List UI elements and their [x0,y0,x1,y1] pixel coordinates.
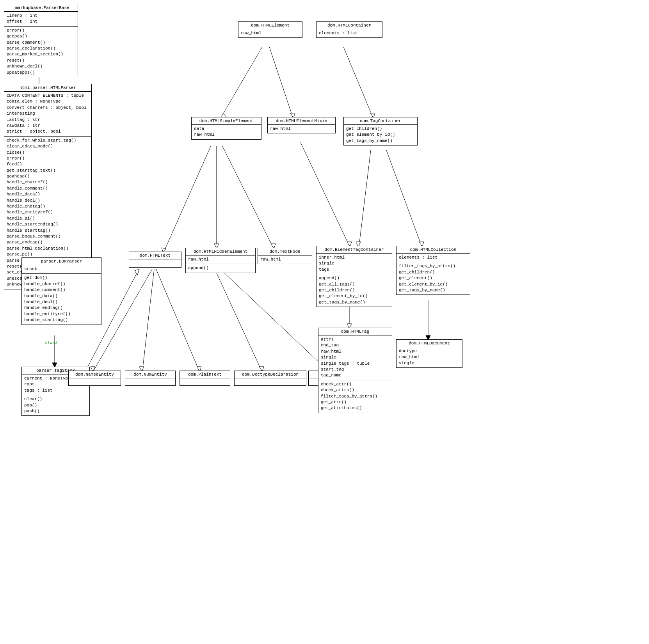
box-empty [235,378,306,385]
svg-line-36 [224,273,328,371]
box-methods: check_attr() check_attrs() filter_tags_b… [318,380,392,413]
box-title: dom.HTMLDocument [397,340,462,347]
box-empty [129,259,181,267]
box-attrs: CDATA_CONTENT_ELEMENTS : tuple cdata_ele… [4,92,91,137]
box-attrs: raw_html [258,255,312,264]
box-title: dom.DoctypeDeclaration [235,371,306,378]
box-title: dom.NumEntity [125,371,175,378]
box-title: dom.HTMLCollection [397,246,470,254]
box-title: parser.DOMParser [22,258,101,265]
box-title: dom.HTMLElement [238,22,302,29]
box-empty [125,378,175,385]
box-markupbase: _markupbase.ParserBase lineno : int offs… [4,4,78,77]
box-textnode: dom.TextNode raw_html [258,248,312,264]
box-attrs: raw_html [238,29,302,37]
box-htmltext: dom.HTMLText [129,252,181,268]
box-attrs: raw_html [186,255,255,264]
box-htmlcollection: dom.HTMLCollection elements : list filte… [396,246,470,295]
svg-marker-7 [135,269,139,275]
stack-label: stack [45,341,58,345]
box-title: dom.HTMLText [129,252,181,259]
box-attrs: elements : list [397,254,470,262]
box-htmlelementmixin: dom.HTMLElementMixin raw_html [267,117,336,133]
box-attrs: inner_html single tags [316,254,392,274]
svg-line-34 [217,273,261,371]
box-attrs: lineno : int offset : int [4,12,78,27]
svg-line-30 [142,269,154,371]
box-title: dom.PlainText [180,371,230,378]
box-htmlcontainer: dom.HTMLContainer elements : list [316,21,382,38]
svg-line-10 [269,47,293,117]
box-title: dom.HTMLHiddenElement [186,248,255,255]
box-methods: get_dom() handle_charref() handle_commen… [22,274,101,324]
svg-line-12 [343,47,373,117]
box-namedentity: dom.NamedEntity [68,371,121,386]
box-attrs: raw_html [268,125,335,133]
box-title: dom.ElementTagContainer [316,246,392,254]
box-empty [69,378,121,385]
box-attrs: elements : list [316,29,382,37]
box-methods: append() [186,264,255,272]
box-title: dom.HTMLElementMixin [268,117,335,125]
svg-line-24 [386,150,421,246]
box-attrs: data raw_html [192,125,261,139]
box-attrs: stack [22,265,101,274]
box-title: dom.TextNode [258,248,312,255]
svg-line-20 [300,142,349,246]
box-htmlhiddenelement: dom.HTMLHiddenElement raw_html append() [185,248,256,273]
box-htmldocument: dom.HTMLDocument doctype raw_html single [396,339,462,368]
box-tagcontainer: dom.TagContainer get_children() get_elem… [343,117,418,145]
box-title: dom.NamedEntity [69,371,121,378]
box-htmltag: dom.HTMLTag attrs end_tag raw_html singl… [318,328,392,413]
box-numentity: dom.NumEntity [125,371,176,386]
box-title: dom.HTMLTag [318,328,392,335]
box-title: dom.HTMLContainer [316,22,382,29]
box-title: dom.HTMLSimpleElement [192,117,261,125]
box-title: dom.TagContainer [344,117,417,125]
svg-line-28 [94,269,152,371]
svg-line-18 [222,146,273,248]
svg-line-22 [359,150,371,246]
box-methods: append() get_all_tags() get_children() g… [316,274,392,307]
box-doctypedeclaration: dom.DoctypeDeclaration [234,371,306,386]
svg-line-32 [156,269,199,371]
svg-line-14 [164,146,211,252]
box-methods: get_children() get_element_by_id() get_t… [344,125,417,145]
box-title: html.parser.HTMLParser [4,84,91,92]
box-plaintext: dom.PlainText [180,371,230,386]
box-empty [180,378,230,385]
box-domparser: parser.DOMParser stack get_dom() handle_… [21,257,101,325]
box-elementtagcontainer: dom.ElementTagContainer inner_html singl… [316,246,392,307]
box-methods: clear() pop() push() [22,395,89,415]
box-methods: filter_tags_by_attrs() get_children() ge… [397,262,470,295]
box-attrs: doctype raw_html single [397,347,462,367]
box-methods: error() getpos() parse_comment() parse_d… [4,27,78,77]
box-htmlsimpleelement: dom.HTMLSimpleElement data raw_html [191,117,261,140]
box-attrs: attrs end_tag raw_html single single_tag… [318,335,392,380]
box-title: _markupbase.ParserBase [4,4,78,12]
box-htmlelement: dom.HTMLElement raw_html [238,21,302,38]
svg-line-8 [221,47,262,117]
